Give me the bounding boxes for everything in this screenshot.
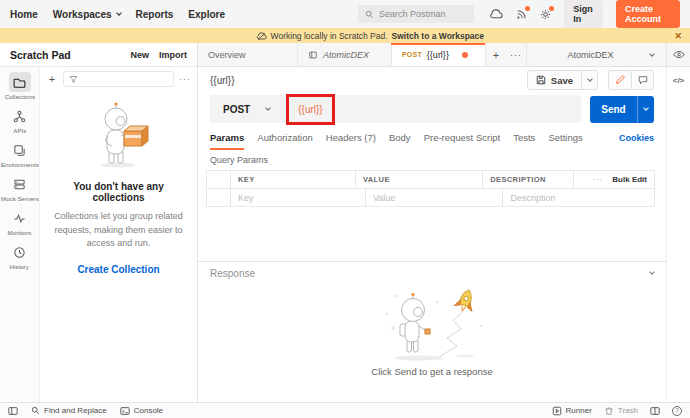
sidebar-item-mock-servers[interactable]: Mock Servers	[0, 174, 39, 202]
sidebar-toggle-button[interactable]	[8, 406, 18, 416]
astronaut-box-illustration	[53, 101, 184, 169]
switch-workspace-link[interactable]: Switch to a Workspace	[392, 31, 484, 41]
top-right-actions: Sign In Create Account	[489, 0, 680, 28]
tab-settings[interactable]: Settings	[548, 125, 582, 150]
create-collection-link[interactable]: Create Collection	[53, 264, 184, 275]
collections-pane: + ···	[40, 67, 197, 402]
sidebar-header: Scratch Pad New Import	[0, 43, 197, 67]
sidebar-rail: Collections APIs Environments Mock Serve…	[0, 67, 40, 402]
search-input[interactable]: Search Postman	[358, 5, 474, 23]
empty-state-title: You don't have any collections	[53, 181, 184, 203]
nav-home[interactable]: Home	[10, 9, 38, 20]
tab-strip: Overview AtomicDEX POST {{url}} + ··· At…	[198, 43, 690, 67]
sidebar-item-collections[interactable]: Collections	[0, 72, 39, 100]
chevron-down-icon	[116, 10, 122, 16]
tab-body[interactable]: Body	[389, 125, 411, 150]
environments-icon	[9, 140, 31, 160]
comment-button[interactable]	[631, 71, 653, 89]
cookies-link[interactable]: Cookies	[619, 133, 654, 143]
split-pane-icon[interactable]	[650, 406, 660, 416]
settings-gear-icon[interactable]	[540, 9, 551, 20]
url-variable-text[interactable]: {{url}}	[298, 104, 322, 115]
row-handle-column	[207, 171, 231, 188]
chevron-down-icon	[265, 105, 271, 111]
cloud-offline-icon	[256, 32, 267, 40]
tab-tests[interactable]: Tests	[513, 125, 535, 150]
sidebar-item-environments[interactable]: Environments	[0, 140, 39, 168]
runner-button[interactable]: Runner	[552, 406, 592, 416]
mock-servers-icon	[9, 174, 31, 194]
trash-button[interactable]: Trash	[604, 406, 638, 416]
key-input[interactable]: Key	[231, 189, 366, 206]
banner-close-icon[interactable]: ✕	[674, 31, 682, 41]
bulk-edit-button[interactable]: Bulk Edit	[612, 175, 647, 184]
nav-workspaces[interactable]: Workspaces	[53, 9, 121, 20]
environment-selector[interactable]: AtomicDEX	[526, 43, 666, 66]
add-collection-icon[interactable]: +	[46, 73, 58, 85]
apis-icon	[9, 106, 31, 126]
import-button[interactable]: Import	[159, 50, 187, 60]
request-tabs: Params Authorization Headers (7) Body Pr…	[198, 125, 666, 150]
query-params-label: Query Params	[198, 150, 666, 170]
empty-state-description: Collections let you group related reques…	[53, 210, 184, 251]
response-header[interactable]: Response	[198, 262, 666, 284]
sidebar-item-monitors[interactable]: Monitors	[0, 208, 39, 236]
tab-collection-atomicdex[interactable]: AtomicDEX	[298, 43, 392, 66]
capture-satellite-icon[interactable]	[516, 9, 527, 20]
postman-app: Home Workspaces Reports Explore Search P…	[0, 0, 690, 418]
console-icon	[120, 406, 130, 416]
search-icon	[365, 10, 374, 19]
find-and-replace-button[interactable]: Find and Replace	[31, 406, 107, 415]
table-more-icon[interactable]: ···	[592, 175, 603, 184]
new-button[interactable]: New	[130, 50, 149, 60]
collection-icon	[308, 50, 318, 60]
scratch-pad-banner: Working locally in Scratch Pad. Switch t…	[0, 28, 690, 43]
code-snippet-icon[interactable]: </>	[673, 76, 685, 402]
add-tab-icon[interactable]: +	[486, 43, 506, 66]
method-dropdown[interactable]: POST	[210, 104, 283, 115]
help-icon[interactable]: ?	[672, 406, 682, 416]
eye-icon	[673, 50, 685, 59]
description-input[interactable]: Description	[503, 189, 654, 206]
environment-quicklook-button[interactable]	[666, 43, 690, 66]
search-icon	[31, 406, 40, 415]
status-bar: Find and Replace Console Runner Trash ?	[0, 402, 690, 418]
row-handle[interactable]	[207, 189, 231, 206]
filter-input[interactable]	[63, 71, 174, 87]
column-key: KEY	[231, 171, 356, 188]
save-options-button[interactable]	[581, 71, 597, 89]
console-button[interactable]: Console	[120, 406, 163, 416]
tab-params[interactable]: Params	[210, 125, 244, 150]
save-icon	[536, 75, 546, 85]
sync-cloud-icon[interactable]	[489, 9, 503, 19]
save-button[interactable]: Save	[527, 70, 598, 90]
url-field[interactable]: POST {{url}}	[210, 95, 581, 123]
tab-options-icon[interactable]: ···	[506, 43, 526, 66]
table-header-row: KEY VALUE DESCRIPTION ··· Bulk Edit	[207, 171, 654, 188]
chevron-down-icon	[649, 269, 655, 275]
collections-more-icon[interactable]: ···	[179, 74, 191, 84]
sidebar-item-history[interactable]: History	[0, 242, 39, 270]
response-empty-text: Click Send to get a response	[371, 366, 492, 377]
value-input[interactable]: Value	[366, 189, 503, 206]
nav-reports[interactable]: Reports	[136, 9, 174, 20]
nav-explore[interactable]: Explore	[188, 9, 225, 20]
right-rail: </>	[666, 67, 690, 402]
sidebar-item-apis[interactable]: APIs	[0, 106, 39, 134]
tab-request-url[interactable]: POST {{url}}	[392, 43, 486, 66]
chevron-down-icon	[649, 51, 655, 57]
create-account-button[interactable]: Create Account	[616, 0, 680, 28]
tab-overview[interactable]: Overview	[198, 43, 298, 66]
request-url-row: POST {{url}} Send	[198, 93, 666, 125]
tab-headers[interactable]: Headers (7)	[326, 125, 376, 150]
editor-row: {{url}} Save	[198, 67, 690, 402]
send-button[interactable]: Send	[590, 96, 654, 123]
send-options-button[interactable]	[637, 96, 654, 123]
tab-authorization[interactable]: Authorization	[257, 125, 312, 150]
runner-icon	[552, 406, 562, 416]
tab-pre-request-script[interactable]: Pre-request Script	[424, 125, 501, 150]
edit-pencil-button[interactable]	[609, 71, 631, 89]
sign-in-button[interactable]: Sign In	[564, 0, 603, 28]
notification-dot	[549, 6, 554, 11]
content-area: Overview AtomicDEX POST {{url}} + ··· At…	[198, 43, 690, 402]
